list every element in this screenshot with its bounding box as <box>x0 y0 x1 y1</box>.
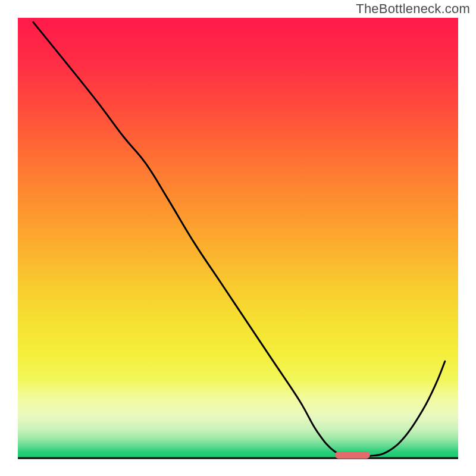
chart-container: TheBottleneck.com <box>0 0 476 476</box>
watermark-label: TheBottleneck.com <box>356 1 470 17</box>
optimal-range-marker <box>335 452 370 459</box>
bottleneck-chart <box>0 0 476 476</box>
